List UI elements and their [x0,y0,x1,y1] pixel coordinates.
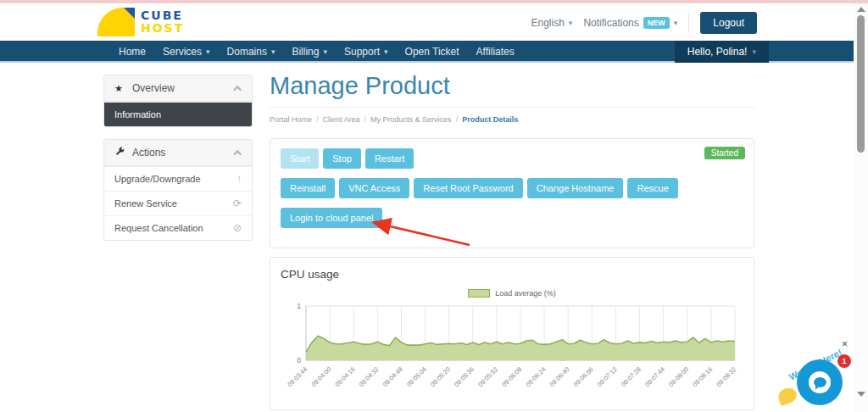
nav-item-support[interactable]: Support▾ [336,41,397,63]
actions-panel-header[interactable]: Actions [104,140,252,166]
nav-item-services[interactable]: Services▾ [154,41,219,63]
stop-button[interactable]: Stop [323,148,361,169]
wrench-icon [114,147,125,159]
header-separator [688,13,689,33]
nav-item-billing[interactable]: Billing▾ [283,41,336,63]
legend-label: Load average (%) [495,289,556,298]
header-controls: English ▾ Notifications NEW ▾ Logout [531,12,758,34]
svg-text:09:06:40: 09:06:40 [548,365,571,388]
notifications-label: Notifications [583,17,638,29]
chat-bubble-icon [814,377,826,387]
status-badge: Started [704,147,745,159]
rescue-button[interactable]: Rescue [627,178,677,198]
logout-button[interactable]: Logout [700,12,757,34]
caret-down-icon: ▾ [674,19,678,27]
user-menu[interactable]: Hello, Polina! ▾ [675,41,769,63]
caret-down-icon: ▾ [271,47,275,56]
svg-text:1: 1 [297,302,301,310]
scrollbar-down-arrow-icon[interactable] [857,392,865,397]
page-top-border [0,0,868,3]
svg-text:09:05:36: 09:05:36 [453,365,476,388]
product-controls-panel: Started Start Stop Restart Reinstall VNC… [270,138,754,248]
reset-root-password-button[interactable]: Reset Root Password [414,178,522,198]
nav-item-domains[interactable]: Domains▾ [219,41,284,63]
scrollbar-thumb[interactable] [857,15,865,153]
login-to-cloud-panel-button[interactable]: Login to cloud panel [281,208,382,228]
svg-text:09:05:52: 09:05:52 [476,365,499,388]
sidebar: ★ Overview Information Actions Upgrade/D… [103,75,253,253]
svg-text:09:06:08: 09:06:08 [500,365,523,388]
main-navbar: Home Services▾ Domains▾ Billing▾ Support… [0,41,854,63]
svg-text:09:05:04: 09:05:04 [405,365,428,388]
caret-down-icon: ▾ [323,47,327,56]
nav-item-affiliates[interactable]: Affiliates [468,41,523,63]
legend-swatch [468,289,490,298]
language-label: English [531,17,565,29]
chat-inner-circle [809,371,831,393]
vnc-access-button[interactable]: VNC Access [339,178,409,198]
restart-button[interactable]: Restart [365,148,414,169]
scrollbar-up-arrow-icon[interactable] [857,7,865,12]
logo-line2: HOST [141,22,184,35]
cpu-usage-panel: CPU usage Load average (%) 09:03:4409:04… [270,257,754,410]
notifications-dropdown[interactable]: Notifications NEW ▾ [583,17,677,29]
svg-text:09:07:28: 09:07:28 [620,365,643,388]
svg-text:09:04:32: 09:04:32 [358,365,381,388]
overview-title: Overview [132,82,175,94]
nav-item-open-ticket[interactable]: Open Ticket [397,41,468,63]
chart-legend: Load average (%) [281,289,743,298]
breadcrumb-client-area[interactable]: Client Area [323,115,360,124]
svg-text:09:05:20: 09:05:20 [429,365,452,388]
sidebar-item-renew-service[interactable]: Renew Service ⟳ [104,191,252,215]
sidebar-item-information[interactable]: Information [104,102,252,126]
breadcrumb: Portal Home/Client Area/My Products & Se… [270,115,754,124]
reinstall-button[interactable]: Reinstall [281,178,335,198]
language-dropdown[interactable]: English ▾ [531,17,573,29]
ban-icon: ⊘ [233,223,242,233]
chat-notification-badge: 1 [837,354,851,368]
svg-text:09:06:56: 09:06:56 [572,365,595,388]
caret-down-icon: ▾ [752,47,756,56]
new-badge: NEW [643,17,670,29]
star-icon: ★ [114,83,125,94]
page-title: Manage Product [270,73,754,108]
manage-buttons-row: Reinstall VNC Access Reset Root Password… [281,178,743,198]
sidebar-item-request-cancellation[interactable]: Request Cancellation ⊘ [104,215,252,240]
breadcrumb-product-details: Product Details [462,115,518,124]
svg-text:09:04:16: 09:04:16 [334,365,357,388]
chart-title: CPU usage [281,268,743,281]
svg-text:09:04:48: 09:04:48 [381,365,404,388]
caret-down-icon: ▾ [384,47,388,56]
overview-panel: ★ Overview Information [103,75,253,127]
cubehost-client-area-page: { "header": { "logo_line1": "CUBE", "log… [0,0,868,412]
greeting-label: Hello, Polina! [687,46,748,58]
refresh-icon: ⟳ [233,198,242,209]
breadcrumb-portal-home[interactable]: Portal Home [270,115,312,124]
svg-text:09:08:32: 09:08:32 [715,365,737,388]
breadcrumb-my-products[interactable]: My Products & Services [370,115,452,124]
svg-text:09:07:12: 09:07:12 [596,365,619,388]
cubehost-logo-icon [97,8,135,36]
svg-text:09:04:00: 09:04:00 [310,365,333,388]
cpu-usage-chart: 09:03:4409:04:0009:04:1609:04:3209:04:48… [281,299,745,404]
svg-text:09:03:44: 09:03:44 [286,365,309,388]
vertical-scrollbar[interactable] [854,3,868,412]
svg-text:0: 0 [297,356,301,365]
main-content: Manage Product Portal Home/Client Area/M… [270,73,754,412]
sidebar-item-upgrade-downgrade[interactable]: Upgrade/Downgrade ↑ [104,166,252,191]
caret-down-icon: ▾ [206,47,210,56]
hand-icon [776,386,799,406]
chevron-up-icon [233,85,242,93]
live-chat-widget: × We Are Here! 1 [776,339,854,410]
chevron-up-icon [233,149,242,158]
change-hostname-button[interactable]: Change Hostname [527,178,624,198]
cubehost-logo-text: CUBE HOST [141,9,184,36]
arrow-up-icon: ↑ [236,174,242,184]
actions-panel: Actions Upgrade/Downgrade ↑ Renew Servic… [103,139,253,241]
chat-launcher-button[interactable] [797,359,843,405]
cubehost-logo[interactable]: CUBE HOST [97,8,184,36]
overview-panel-header[interactable]: ★ Overview [104,75,252,102]
svg-text:09:08:00: 09:08:00 [667,365,690,388]
start-button[interactable]: Start [281,148,319,169]
nav-item-home[interactable]: Home [110,41,154,63]
